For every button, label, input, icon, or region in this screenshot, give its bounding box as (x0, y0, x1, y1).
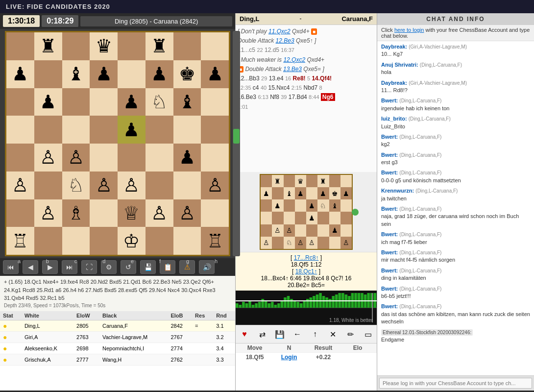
square-h2[interactable] (201, 199, 229, 227)
square-g6[interactable]: ♝ (173, 88, 201, 116)
square-d5[interactable] (90, 116, 118, 144)
chat-username[interactable]: Bwert: (381, 268, 398, 273)
square-h4[interactable] (201, 144, 229, 172)
chat-username[interactable]: Bwert: (381, 231, 398, 237)
square-e6[interactable]: ♟ (118, 88, 146, 116)
square-d2[interactable] (90, 199, 118, 227)
chat-username[interactable]: Krennwurzn: (381, 188, 414, 194)
chat-username[interactable]: Daybreak: (381, 44, 407, 49)
chess-board[interactable]: ♜ ♛ ♜ ♟ ♝ ♟ ♟ ♚ ♟ ♟ ♟ (5, 31, 230, 256)
square-f7[interactable]: ♟ (146, 60, 173, 88)
square-c6[interactable] (62, 88, 90, 116)
table-row[interactable]: ● Giri,A 2763 Vachier-Lagrave,M 2767 3.2 (0, 331, 235, 343)
chat-game-ref[interactable]: (Ding,L-Caruana,F) (399, 250, 441, 255)
square-h1[interactable]: ♖ (201, 227, 229, 255)
chat-game-ref[interactable]: (Ding,L-Caruana,F) (399, 232, 441, 237)
square-c2[interactable]: ♗ (62, 199, 90, 227)
up-toolbar-button[interactable]: ↑ (308, 327, 322, 341)
square-h8[interactable] (201, 32, 229, 60)
square-a4[interactable] (6, 144, 34, 172)
heart-button[interactable]: ♥ (238, 327, 251, 341)
square-h6[interactable] (201, 88, 229, 116)
chat-game-ref[interactable]: (Ding,L-Caruana,F) (415, 188, 458, 194)
save-toolbar-button[interactable]: 💾 (273, 327, 287, 341)
square-g5[interactable] (173, 116, 201, 144)
square-f1[interactable] (146, 227, 173, 255)
square-c8[interactable] (62, 32, 90, 60)
chat-game-ref[interactable]: (Ding,L-Caruana,F) (399, 170, 441, 175)
table-row[interactable]: ● Alekseenko,K 2698 Nepomniachtchi,I 277… (0, 343, 235, 354)
square-g2[interactable]: ♙ (173, 199, 201, 227)
square-g3[interactable] (173, 172, 201, 199)
square-e1[interactable]: ♔ (118, 227, 146, 255)
square-d4[interactable] (90, 144, 118, 172)
square-c7[interactable]: ♝ (62, 60, 90, 88)
chat-game-ref[interactable]: (Ding,L-Caruana,F) (399, 98, 441, 103)
square-b3[interactable] (34, 172, 62, 199)
chat-game-ref[interactable]: (Ding,L-Caruana,F) (399, 268, 441, 273)
square-e4[interactable] (118, 144, 146, 172)
square-f2[interactable]: ♙ (146, 199, 173, 227)
square-f3[interactable] (146, 172, 173, 199)
square-d3[interactable]: ♙ (90, 172, 118, 199)
share-toolbar-button[interactable]: ⇄ (255, 327, 269, 341)
square-d7[interactable]: ♟ (90, 60, 118, 88)
square-a7[interactable]: ♟ (6, 60, 34, 88)
chat-username[interactable]: Bwert: (381, 249, 398, 255)
square-g4[interactable]: ♟ (173, 144, 201, 172)
square-c1[interactable] (62, 227, 90, 255)
square-d6[interactable] (90, 88, 118, 116)
chat-game-ref[interactable]: (Ding,L-Caruana,F) (399, 206, 441, 212)
chat-username[interactable]: Bwert: (381, 303, 398, 309)
annotation-move-1[interactable]: 17...Rc8↑ (294, 254, 319, 261)
square-b5[interactable] (34, 116, 62, 144)
chat-username[interactable]: Bwert: (381, 286, 398, 292)
square-a6[interactable] (6, 88, 34, 116)
square-a2[interactable] (6, 199, 34, 227)
chat-username[interactable]: Bwert: (381, 98, 398, 103)
chat-username[interactable]: Bwert: (381, 206, 398, 212)
chat-username[interactable]: Bwert: (381, 170, 398, 175)
chat-input[interactable] (379, 378, 532, 389)
square-f5[interactable] (146, 116, 173, 144)
square-e5[interactable]: ♟ (118, 116, 146, 144)
square-h5[interactable] (201, 116, 229, 144)
chat-game-ref[interactable]: (Giri,A-Vachier-Lagrave,M) (409, 80, 467, 86)
square-b2[interactable]: ♙ (34, 199, 62, 227)
chat-username[interactable]: Anuj Shrivatri: (381, 62, 418, 68)
square-a8[interactable] (6, 32, 34, 60)
square-b8[interactable]: ♜ (34, 32, 62, 60)
square-h7[interactable]: ♟ (201, 60, 229, 88)
chat-game-ref[interactable]: (Ding,L-Caruana,F) (399, 134, 441, 140)
square-b1[interactable] (34, 227, 62, 255)
board-scrollbar[interactable] (233, 31, 240, 256)
square-e2[interactable]: ♕ (118, 199, 146, 227)
square-g1[interactable] (173, 227, 201, 255)
square-c4[interactable]: ♙ (62, 144, 90, 172)
square-c5[interactable] (62, 116, 90, 144)
chat-game-ref[interactable]: (Giri,A-Vachier-Lagrave,M) (409, 44, 467, 49)
login-link[interactable]: Login (272, 354, 306, 361)
square-g7[interactable]: ♚ (173, 60, 201, 88)
square-b6[interactable]: ♟ (34, 88, 62, 116)
annotation-move-3[interactable]: 18.Qc1↑ (295, 268, 317, 275)
chat-username[interactable]: Bwert: (381, 134, 398, 140)
chat-username[interactable]: Daybreak: (381, 80, 407, 86)
chat-game-ref[interactable]: (Ding,L-Caruana,F) (399, 304, 441, 309)
square-b7[interactable] (34, 60, 62, 88)
square-g8[interactable] (173, 32, 201, 60)
square-e7[interactable] (118, 60, 146, 88)
square-f4[interactable] (146, 144, 173, 172)
chat-game-ref[interactable]: (Ding,L-Caruana,F) (399, 286, 441, 292)
square-f8[interactable]: ♜ (146, 32, 173, 60)
chat-username[interactable]: luiz_brito: (381, 116, 407, 122)
back-toolbar-button[interactable]: ← (291, 327, 304, 341)
chat-game-ref[interactable]: (Ding,L-Caruana,F) (420, 62, 462, 68)
square-b4[interactable]: ♙ (34, 144, 62, 172)
erase-toolbar-button[interactable]: ▭ (361, 327, 375, 341)
chat-game-ref[interactable]: (Ding,L-Caruana,F) (409, 116, 451, 122)
square-a3[interactable]: ♙ (6, 172, 34, 199)
square-d1[interactable] (90, 227, 118, 255)
pen-toolbar-button[interactable]: ✏ (343, 327, 357, 341)
chat-game-ref[interactable]: (Ding,L-Caruana,F) (399, 152, 441, 158)
